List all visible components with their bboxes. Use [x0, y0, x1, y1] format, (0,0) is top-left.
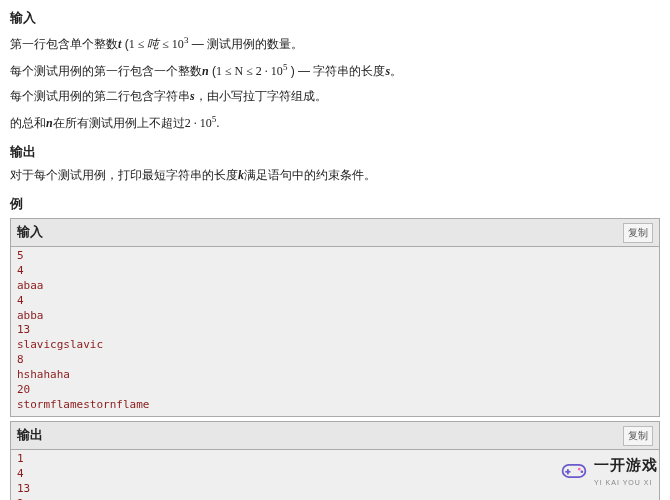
example-line: 8	[17, 353, 653, 368]
example-line: 4	[17, 264, 653, 279]
logo-sub-text: YI KAI YOU XI	[594, 477, 652, 488]
example-line: abba	[17, 309, 653, 324]
input-paragraph-4: 的总和n在所有测试用例上不超过2 · 105.	[10, 112, 660, 133]
example-line: 4	[17, 294, 653, 309]
example-output-header: 输出 复制	[11, 422, 659, 450]
input-paragraph-2: 每个测试用例的第一行包含一个整数n (1 ≤ N ≤ 2 · 105 ) — 字…	[10, 60, 660, 81]
input-paragraph-1: 第一行包含单个整数t (1 ≤ 吨 ≤ 103 — 测试用例的数量。	[10, 33, 660, 54]
output-heading: 输出	[10, 142, 660, 163]
example-line: 20	[17, 383, 653, 398]
example-line: abaa	[17, 279, 653, 294]
input-paragraph-3: 每个测试用例的第二行包含字符串s，由小写拉丁字符组成。	[10, 87, 660, 106]
example-input-content: 54abaa4abba13slavicgslavic8hshahaha20sto…	[11, 247, 659, 416]
logo-main-text: 一开游戏	[594, 453, 658, 477]
example-line: 13	[17, 323, 653, 338]
gamepad-icon	[560, 456, 588, 484]
example-line: 4	[17, 467, 653, 482]
svg-rect-2	[565, 471, 570, 473]
svg-point-3	[578, 468, 581, 471]
example-line: stormflamestornflame	[17, 398, 653, 413]
input-heading: 输入	[10, 8, 660, 29]
svg-point-4	[581, 471, 584, 474]
example-line: 5	[17, 249, 653, 264]
example-heading: 例	[10, 194, 660, 215]
example-line: hshahaha	[17, 368, 653, 383]
example-line: 1	[17, 452, 653, 467]
example-input-header: 输入 复制	[11, 219, 659, 247]
site-logo: 一开游戏 YI KAI YOU XI	[560, 453, 658, 488]
example-input-label: 输入	[17, 222, 43, 243]
example-input-box: 输入 复制 54abaa4abba13slavicgslavic8hshahah…	[10, 218, 660, 417]
output-paragraph-1: 对于每个测试用例，打印最短字符串的长度k满足语句中的约束条件。	[10, 166, 660, 185]
example-line: 13	[17, 482, 653, 497]
example-line: slavicgslavic	[17, 338, 653, 353]
example-output-label: 输出	[17, 425, 43, 446]
copy-button[interactable]: 复制	[623, 426, 653, 446]
copy-button[interactable]: 复制	[623, 223, 653, 243]
